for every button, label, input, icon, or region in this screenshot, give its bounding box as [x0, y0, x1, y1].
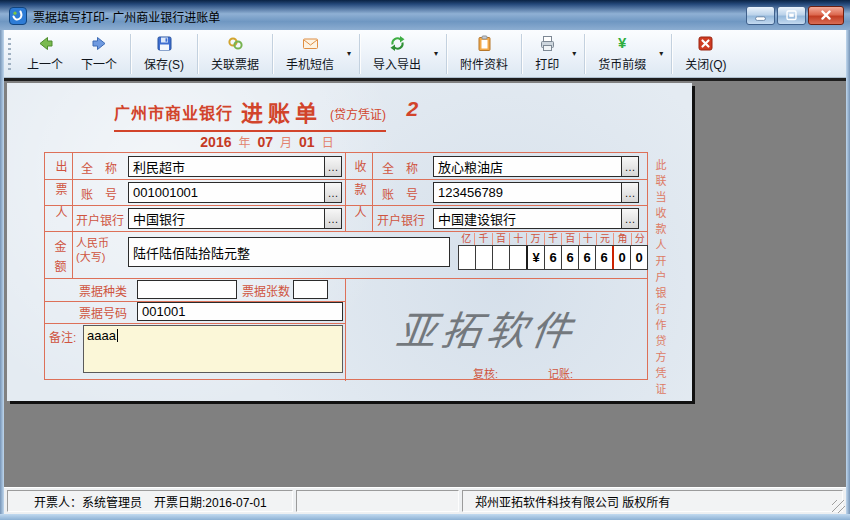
digit-cell: [459, 246, 475, 269]
sms-button[interactable]: 手机短信: [277, 31, 343, 76]
status-bar: 开票人：系统管理员 开票日期:2016-07-01 郑州亚拓软件科技有限公司 版…: [4, 487, 846, 514]
currency-prefix-split-button: ¥ 货币前缀 ▾: [589, 31, 667, 76]
linked-bills-label: 关联票据: [211, 55, 259, 72]
bill-type-input[interactable]: [137, 280, 237, 299]
maximize-icon: [778, 7, 805, 24]
payee-account-lookup-button[interactable]: …: [621, 183, 638, 202]
attachments-label: 附件资料: [460, 55, 508, 72]
payer-account-input[interactable]: 001001001 …: [128, 182, 342, 203]
bill-number-input[interactable]: 001001: [137, 302, 343, 321]
close-button[interactable]: [808, 6, 844, 25]
prev-button[interactable]: 上一个: [18, 31, 72, 76]
payer-name-input[interactable]: 利民超市 …: [128, 156, 342, 177]
payee-bank-lookup-button[interactable]: …: [621, 209, 638, 228]
currency-prefix-dropdown-arrow[interactable]: ▾: [655, 49, 667, 58]
payer-account-lookup-button[interactable]: …: [324, 183, 341, 202]
next-button[interactable]: 下一个: [72, 31, 126, 76]
payer-account-label: 账 号: [81, 185, 117, 202]
payer-name-label: 全 称: [81, 159, 117, 176]
payee-name-lookup-button[interactable]: …: [621, 157, 638, 176]
envelope-icon: [302, 35, 319, 52]
import-export-button[interactable]: 导入导出: [364, 31, 430, 76]
table-line: [345, 278, 346, 381]
toolbar-separator: [446, 34, 447, 74]
slip-title-underline: 广州市商业银行进账单(贷方凭证): [114, 95, 386, 132]
digit-cell: ¥: [526, 246, 544, 269]
digit-cell: 0: [612, 246, 630, 269]
linked-bills-button[interactable]: 关联票据: [202, 31, 268, 76]
payee-name-label: 全 称: [382, 159, 418, 176]
app-window: 票据填写打印- 广州商业银行进账单: [0, 0, 850, 520]
payee-name-input[interactable]: 放心粮油店 …: [433, 156, 639, 177]
payee-account-input[interactable]: 123456789 …: [433, 182, 639, 203]
remark-textarea[interactable]: aaaa: [83, 325, 343, 373]
status-issuer-panel: 开票人：系统管理员 开票日期:2016-07-01: [7, 490, 293, 512]
link-icon: [227, 35, 244, 52]
digit-cell: 6: [578, 246, 595, 269]
digit-cell: [475, 246, 492, 269]
date-day-unit: 日: [322, 133, 334, 150]
digit-cell: 6: [544, 246, 561, 269]
sms-dropdown-arrow[interactable]: ▾: [343, 49, 355, 58]
toolbar-separator: [197, 34, 198, 74]
toolbar: 上一个 下一个 保存(S): [4, 30, 846, 78]
toolbar-separator: [130, 34, 131, 74]
currency-prefix-label: 货币前缀: [598, 55, 646, 72]
table-line: [345, 153, 346, 231]
minimize-button[interactable]: [746, 6, 775, 25]
toolbar-separator: [359, 34, 360, 74]
payee-bank-input[interactable]: 中国建设银行 …: [433, 208, 639, 229]
payer-bank-lookup-button[interactable]: …: [324, 209, 341, 228]
close-form-button[interactable]: 关闭(Q): [676, 31, 735, 76]
date-day: 01: [299, 134, 315, 150]
print-dropdown-arrow[interactable]: ▾: [568, 49, 580, 58]
software-watermark: 亚拓软件: [393, 299, 651, 357]
window-frame-bottom: [0, 514, 850, 520]
digit-cell: 0: [630, 246, 647, 269]
amount-digit-grid: 亿 千 百 十 万 千 百 十 元 角 分: [458, 233, 648, 270]
clipboard-icon: [476, 35, 493, 52]
bill-type-label: 票据种类: [79, 282, 127, 299]
print-label: 打印: [535, 55, 559, 72]
import-export-split-button: 导入导出 ▾: [364, 31, 442, 76]
table-line: [45, 205, 647, 206]
table-line: [45, 231, 647, 232]
import-export-dropdown-arrow[interactable]: ▾: [430, 49, 442, 58]
resize-grip[interactable]: [832, 500, 845, 513]
minimize-icon: [747, 7, 774, 24]
print-split-button: 打印 ▾: [526, 31, 580, 76]
date-year-unit: 年: [238, 133, 250, 150]
digit-cell: 6: [595, 246, 612, 269]
save-button[interactable]: 保存(S): [135, 31, 193, 76]
table-line: [372, 153, 373, 231]
print-button[interactable]: 打印: [526, 31, 568, 76]
close-form-label: 关闭(Q): [685, 55, 726, 72]
save-label: 保存(S): [144, 55, 184, 72]
import-export-label: 导入导出: [373, 55, 421, 72]
payer-name-lookup-button[interactable]: …: [324, 157, 341, 176]
toolbar-grip[interactable]: [8, 38, 11, 70]
booking-label: 记账:: [548, 365, 573, 381]
text-cursor: [117, 329, 118, 342]
attachments-button[interactable]: 附件资料: [451, 31, 517, 76]
table-line: [72, 153, 73, 278]
payer-bank-input[interactable]: 中国银行 …: [128, 208, 342, 229]
amount-digit-cells[interactable]: ¥ 6 6 6 6 0 0: [458, 245, 648, 270]
bank-name: 广州市商业银行: [114, 105, 233, 122]
toolbar-separator: [671, 34, 672, 74]
digit-cell: [492, 246, 509, 269]
payee-group-label: 收款人: [351, 160, 368, 229]
close-red-icon: [697, 35, 714, 52]
next-label: 下一个: [81, 55, 117, 72]
printer-icon: [539, 35, 556, 52]
window-title: 票据填写打印- 广州商业银行进账单: [33, 8, 220, 25]
slip-table: 出票人 收款人 金额 全 称 账 号 开户银行 全 称 账 号 开户银行 利民超…: [44, 152, 648, 380]
date-month: 07: [257, 134, 273, 150]
amount-caps-input[interactable]: 陆仟陆佰陆拾陆元整: [128, 237, 450, 267]
bill-count-input[interactable]: [293, 280, 328, 299]
toolbar-separator: [584, 34, 585, 74]
maximize-button[interactable]: [777, 6, 806, 25]
status-copyright-panel: 郑州亚拓软件科技有限公司 版权所有: [462, 490, 843, 512]
currency-prefix-button[interactable]: ¥ 货币前缀: [589, 31, 655, 76]
close-icon: [809, 7, 843, 24]
